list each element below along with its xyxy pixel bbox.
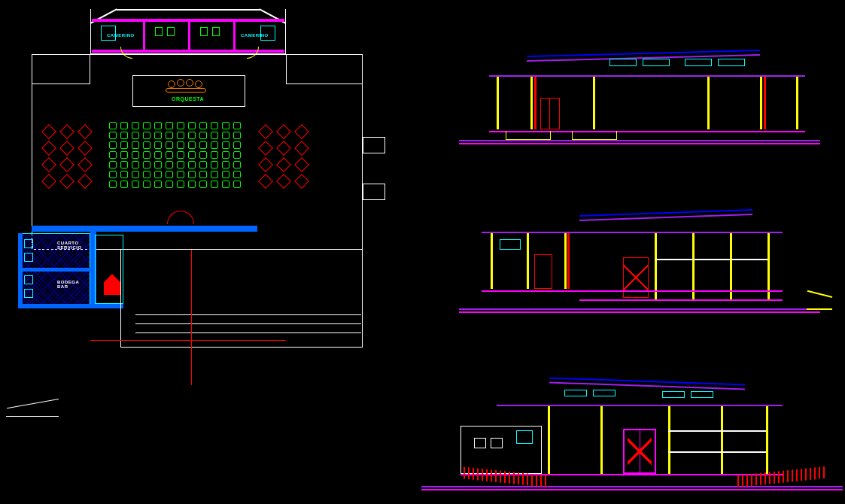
- wall-segment: [32, 54, 90, 84]
- wall-blue: [32, 226, 257, 232]
- fixture-icon: [24, 239, 33, 248]
- partition: [143, 19, 145, 52]
- fixture-icon: [167, 27, 175, 36]
- fixture-icon: [200, 27, 208, 36]
- wall-blue: [18, 233, 23, 308]
- wall-blue: [18, 304, 123, 308]
- stage-label: ORQUESTA: [172, 96, 204, 102]
- tables-right: [260, 126, 307, 187]
- corridor: [95, 235, 123, 304]
- fixture-icon: [212, 27, 220, 36]
- entry-door: [623, 429, 656, 474]
- room-label: CUARTO SERVICIO: [57, 241, 87, 250]
- steps-icon: [506, 131, 551, 140]
- cad-canvas[interactable]: CAMERINO CAMERINO ORQUESTA: [0, 0, 845, 504]
- line: [135, 332, 361, 333]
- fixture-icon: [24, 253, 33, 262]
- tables-left: [44, 126, 90, 187]
- wall-blue: [18, 268, 90, 272]
- axis-line: [191, 250, 192, 385]
- wall-segment: [363, 137, 385, 153]
- floor-plan: CAMERINO CAMERINO ORQUESTA: [8, 0, 399, 421]
- partition: [233, 19, 236, 52]
- axis-line: [90, 340, 286, 341]
- wall-segment: [363, 184, 385, 200]
- fixture-icon: [24, 289, 33, 298]
- wall-segment: [286, 54, 363, 84]
- elevation-side: [421, 376, 843, 504]
- room-label: BODEGA BAR: [57, 280, 87, 289]
- fixture-icon: [155, 27, 163, 36]
- railing-icon: [737, 466, 828, 487]
- room-label: CAMERINO: [107, 33, 135, 38]
- ramp-icon: [6, 399, 59, 417]
- seating-area: [109, 122, 241, 188]
- steps-icon: [572, 131, 617, 140]
- line: [135, 314, 361, 315]
- partition: [188, 19, 190, 52]
- fixture-icon: [24, 275, 33, 284]
- elevation-front: [459, 45, 820, 158]
- elevation-section: [459, 209, 828, 329]
- ramp-icon: [807, 299, 832, 310]
- line: [135, 323, 361, 324]
- room-label: CAMERINO: [241, 33, 269, 38]
- ramp-line: [807, 290, 832, 298]
- orchestra-icon: [166, 79, 211, 94]
